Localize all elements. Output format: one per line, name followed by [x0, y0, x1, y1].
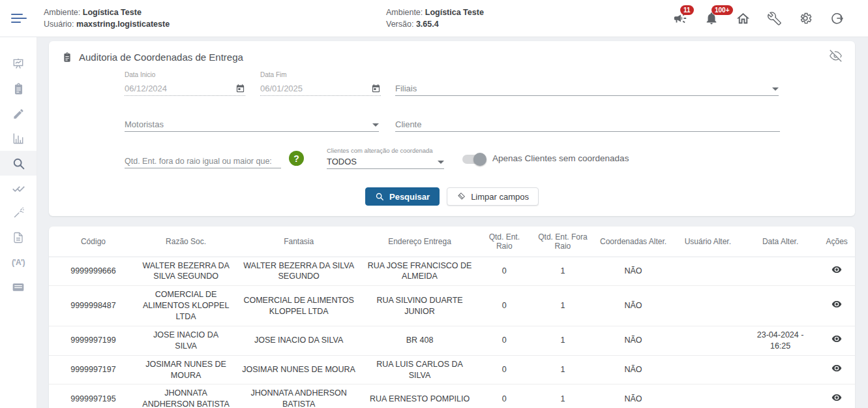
sidebar-item-dashboard[interactable] — [0, 52, 37, 76]
filiais-dropdown[interactable]: Filiais — [395, 80, 779, 96]
view-details-eye-icon[interactable] — [831, 264, 842, 275]
motoristas-dropdown[interactable]: Motoristas — [125, 116, 379, 132]
calendar-icon[interactable] — [371, 84, 381, 93]
cell-qtd-ent-raio: 0 — [476, 286, 533, 326]
view-details-eye-icon[interactable] — [831, 363, 842, 373]
results-table-card: Código Razão Soc. Fantasia Endereço Entr… — [49, 227, 855, 408]
col-endereco-entrega[interactable]: Endereço Entrega — [363, 227, 476, 257]
eye-off-icon[interactable] — [830, 50, 842, 65]
cell-acoes — [818, 286, 855, 326]
cell-usuario-alter — [674, 355, 742, 384]
sidebar-item-approvals[interactable] — [0, 176, 37, 200]
sidebar: ('A') — [0, 37, 37, 408]
cell-coordenadas-alter: NÃO — [593, 257, 674, 286]
versao-label: Versão: — [386, 20, 413, 29]
cell-usuario-alter — [674, 257, 742, 286]
table-row: 9999997195 JHONNATA ANDHERSON BATISTA JH… — [49, 384, 855, 408]
cell-data-alter — [742, 355, 818, 384]
data-inicio-field[interactable]: Data Inicio 06/12/2024 — [125, 71, 245, 96]
gear-icon[interactable] — [798, 10, 813, 26]
main-content: Auditoria de Coordenadas de Entrega Data… — [37, 37, 868, 408]
cell-codigo: 9999999666 — [49, 257, 138, 286]
limpar-campos-button[interactable]: Limpar campos — [447, 187, 539, 206]
clientes-alteracao-dropdown[interactable]: Clientes com alteração de coordenada TOD… — [327, 147, 444, 169]
cell-qtd-ent-fora-raio: 1 — [533, 326, 593, 355]
cell-data-alter — [742, 257, 818, 286]
cell-acoes — [818, 355, 855, 384]
apenas-clientes-toggle[interactable] — [462, 155, 485, 164]
cell-qtd-ent-fora-raio: 1 — [533, 286, 593, 326]
col-codigo[interactable]: Código — [49, 227, 138, 257]
col-fantasia[interactable]: Fantasia — [234, 227, 363, 257]
col-acoes[interactable]: Ações — [818, 227, 855, 257]
cell-data-alter: 23-04-2024 - 16:25 — [742, 326, 818, 355]
cell-qtd-ent-fora-raio: 1 — [533, 257, 593, 286]
cell-razao-soc: COMERCIAL DE ALIMENTOS KLOPPEL LTDA — [138, 286, 234, 326]
cell-endereco-entrega: RUA LUIS CARLOS DA SILVA — [363, 355, 476, 384]
cell-endereco-entrega: RUA JOSE FRANCISCO DE ALMEIDA — [363, 257, 476, 286]
col-qtd-ent-fora-raio[interactable]: Qtd. Ent. Fora Raio — [533, 227, 593, 257]
bar-chart-icon — [12, 132, 25, 145]
search-icon — [375, 192, 384, 201]
table-header-row: Código Razão Soc. Fantasia Endereço Entr… — [49, 227, 855, 257]
sidebar-item-cards[interactable] — [0, 275, 37, 300]
view-details-eye-icon[interactable] — [831, 299, 842, 309]
cell-qtd-ent-raio: 0 — [476, 326, 533, 355]
col-usuario-alter[interactable]: Usuário Alter. — [674, 227, 742, 257]
eraser-icon — [456, 192, 466, 201]
col-qtd-ent-raio[interactable]: Qtd. Ent. Raio — [476, 227, 533, 257]
apenas-clientes-toggle-label: Apenas Clientes sem coordenadas — [492, 153, 629, 163]
sidebar-item-clipboard[interactable] — [0, 76, 37, 101]
environment-info-left: Ambiente: Logística Teste Usuário: maxst… — [44, 7, 170, 30]
data-fim-field[interactable]: Data Fim 06/01/2025 — [260, 71, 381, 96]
sidebar-item-search[interactable] — [0, 151, 37, 176]
sidebar-item-broadcast[interactable]: ('A') — [0, 250, 37, 275]
megaphone-icon[interactable]: 11 — [672, 10, 688, 26]
cell-codigo: 9999997197 — [49, 355, 138, 384]
calendar-icon[interactable] — [235, 84, 245, 93]
cell-coordenadas-alter: NÃO — [593, 286, 674, 326]
pesquisar-label: Pesquisar — [389, 192, 430, 202]
double-check-icon — [12, 181, 25, 195]
cell-coordenadas-alter: NÃO — [593, 326, 674, 355]
top-bar-icons: 11 100+ — [672, 10, 868, 26]
cliente-input[interactable]: Cliente — [395, 116, 780, 132]
table-row: 9999997199 JOSE INACIO DA SILVA JOSE INA… — [49, 326, 855, 355]
home-icon[interactable] — [735, 10, 751, 26]
table-row: 9999997197 JOSIMAR NUNES DE MOURA JOSIMA… — [49, 355, 855, 384]
cell-acoes — [818, 257, 855, 286]
magic-wand-icon — [12, 207, 25, 219]
cell-qtd-ent-fora-raio: 1 — [533, 355, 593, 384]
pesquisar-button[interactable]: Pesquisar — [365, 187, 440, 206]
cell-qtd-ent-raio: 0 — [476, 384, 533, 408]
help-icon[interactable]: ? — [289, 151, 304, 166]
logout-icon[interactable] — [829, 10, 845, 26]
cell-razao-soc: JOSIMAR NUNES DE MOURA — [138, 355, 234, 384]
clientes-alteracao-label: Clientes com alteração de coordenada — [327, 147, 444, 155]
chevron-down-icon — [372, 123, 379, 127]
ambiente2-value: Logística Teste — [425, 8, 484, 17]
sidebar-item-tools[interactable] — [0, 200, 37, 225]
cell-endereco-entrega: BR 408 — [363, 326, 476, 355]
sidebar-item-documents[interactable] — [0, 225, 37, 250]
clipboard-icon — [12, 83, 25, 95]
bell-icon[interactable]: 100+ — [704, 10, 719, 26]
col-coordenadas-alter[interactable]: Coordenadas Alter. — [593, 227, 674, 257]
clipboard-title-icon — [62, 52, 72, 63]
view-details-eye-icon[interactable] — [831, 392, 842, 403]
cell-qtd-ent-raio: 0 — [476, 355, 533, 384]
sidebar-item-edit[interactable] — [0, 101, 37, 126]
hamburger-menu-icon[interactable] — [0, 14, 37, 23]
environment-info-center: Ambiente: Logística Teste Versão: 3.65.4 — [386, 7, 484, 30]
wrench-icon[interactable] — [766, 10, 782, 26]
sidebar-item-reports[interactable] — [0, 126, 37, 151]
data-inicio-label: Data Inicio — [125, 71, 245, 80]
cell-usuario-alter — [674, 286, 742, 326]
col-data-alter[interactable]: Data Alter. — [742, 227, 818, 257]
cell-acoes — [818, 326, 855, 355]
view-details-eye-icon[interactable] — [831, 334, 842, 344]
col-razao-soc[interactable]: Razão Soc. — [138, 227, 234, 257]
motoristas-label: Motoristas — [125, 119, 164, 129]
broadcast-a-icon: ('A') — [12, 258, 25, 267]
qtd-ent-input[interactable]: Qtd. Ent. fora do raio igual ou maior qu… — [125, 153, 281, 168]
